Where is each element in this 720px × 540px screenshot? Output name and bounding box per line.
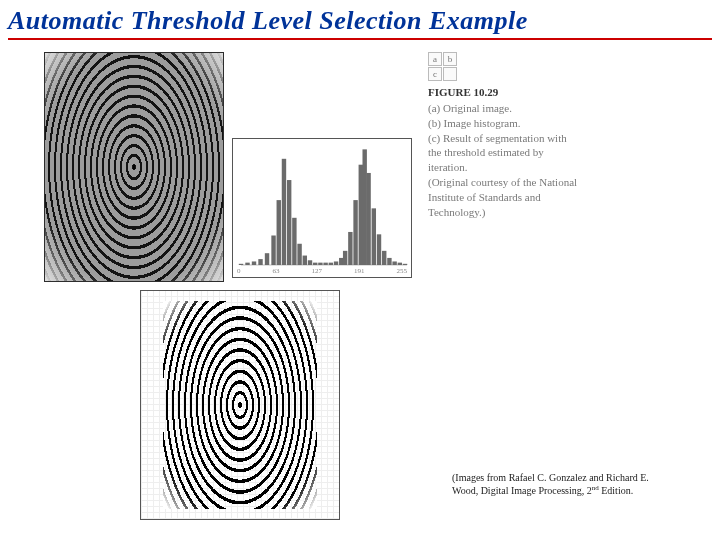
attribution-line2-pre: Wood, Digital Image Processing, 2 [452, 486, 592, 497]
svg-rect-27 [377, 234, 381, 265]
caption-cell-b: b [443, 52, 457, 66]
attribution-line2-post: Edition. [599, 486, 633, 497]
caption-line-c: (c) Result of segmentation with the thre… [428, 131, 578, 176]
svg-rect-25 [366, 173, 370, 265]
page-title: Automatic Threshold Level Selection Exam… [0, 0, 720, 38]
svg-rect-5 [265, 253, 269, 265]
svg-rect-1 [239, 264, 243, 265]
svg-rect-9 [287, 180, 291, 265]
figure-a-original-fingerprint [44, 52, 224, 282]
svg-rect-10 [292, 218, 296, 265]
histogram-x-ticks: 063127191255 [233, 267, 411, 275]
svg-rect-24 [362, 149, 366, 265]
svg-rect-2 [245, 263, 249, 265]
histogram-svg [233, 139, 413, 279]
svg-rect-16 [323, 263, 327, 265]
svg-rect-22 [353, 200, 357, 265]
svg-rect-4 [258, 259, 262, 265]
caption-figure-number: FIGURE 10.29 [428, 85, 578, 100]
svg-rect-18 [334, 261, 338, 265]
caption-cell-c: c [428, 67, 442, 81]
svg-rect-32 [403, 264, 407, 265]
svg-rect-21 [348, 232, 352, 265]
svg-rect-19 [339, 258, 343, 265]
caption-cell-empty [443, 67, 457, 81]
svg-rect-30 [392, 261, 396, 265]
attribution-line1: (Images from Rafael C. Gonzalez and Rich… [452, 472, 649, 483]
fingerprint-binary [163, 301, 317, 509]
svg-rect-13 [308, 260, 312, 265]
svg-rect-26 [372, 208, 376, 265]
svg-rect-23 [359, 165, 363, 265]
title-underline [8, 38, 712, 40]
figure-c-segmented-fingerprint [140, 290, 340, 520]
image-attribution: (Images from Rafael C. Gonzalez and Rich… [452, 472, 702, 498]
svg-rect-12 [303, 256, 307, 265]
svg-rect-7 [277, 200, 281, 265]
figure-b-histogram: 063127191255 [232, 138, 412, 278]
caption-line-b: (b) Image histogram. [428, 116, 578, 131]
svg-rect-31 [398, 263, 402, 265]
svg-rect-28 [382, 251, 386, 265]
svg-rect-15 [318, 263, 322, 265]
svg-rect-6 [271, 236, 275, 266]
svg-rect-14 [313, 263, 317, 265]
svg-rect-11 [297, 244, 301, 265]
caption-cell-a: a [428, 52, 442, 66]
caption-panel-grid: a b c [428, 52, 578, 81]
caption-credit: (Original courtesy of the National Insti… [428, 175, 578, 220]
svg-rect-8 [282, 159, 286, 265]
caption-line-a: (a) Original image. [428, 101, 578, 116]
svg-rect-29 [387, 258, 391, 265]
attribution-sup: nd [592, 484, 599, 492]
content-area: 063127191255 a b c FIGURE 10.29 (a) Orig… [0, 46, 720, 506]
svg-rect-3 [252, 261, 256, 265]
svg-rect-17 [329, 263, 333, 265]
figure-caption: a b c FIGURE 10.29 (a) Original image. (… [428, 52, 578, 220]
svg-rect-20 [343, 251, 347, 265]
